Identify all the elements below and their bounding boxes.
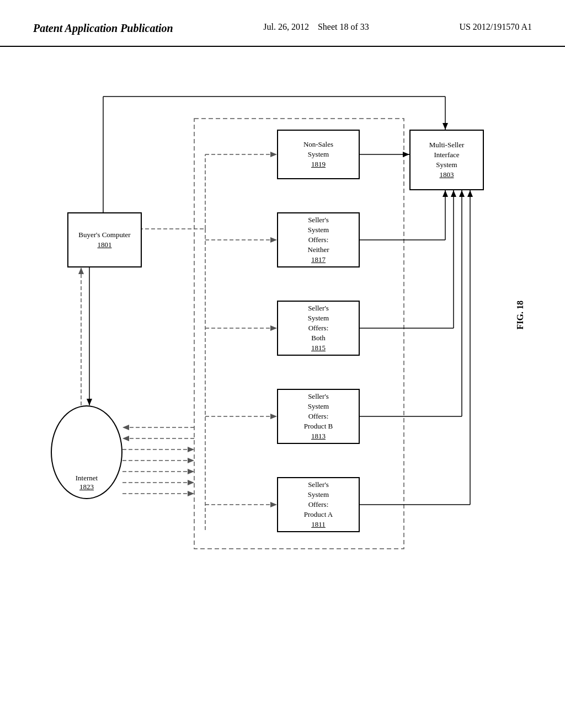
svg-marker-39: [188, 458, 194, 463]
sheet-info: Sheet 18 of 33: [318, 22, 369, 31]
patent-number: US 2012/191570 A1: [459, 22, 532, 32]
seller-b-num: 1813: [311, 431, 326, 441]
svg-marker-8: [270, 152, 277, 157]
buyers-computer-label: Buyer's Computer: [78, 230, 130, 240]
svg-marker-37: [188, 447, 194, 452]
seller-neither-box: Seller's System Offers: Neither 1817: [277, 212, 360, 267]
multi-seller-box: Multi-Seller Interface System 1803: [409, 130, 484, 190]
multi-seller-label1: Multi-Seller: [429, 140, 465, 150]
figure-label: FIG. 18: [515, 301, 525, 329]
internet-num: 1823: [79, 483, 94, 491]
svg-marker-47: [122, 436, 129, 441]
seller-b-label1: Seller's: [308, 392, 329, 402]
diagram-container: Buyer's Computer 1801 Multi-Seller Inter…: [34, 63, 531, 670]
seller-b-label3: Offers:: [308, 411, 329, 421]
page-header: Patent Application Publication Jul. 26, …: [0, 0, 565, 47]
svg-marker-4: [443, 123, 448, 130]
seller-both-box: Seller's System Offers: Both 1815: [277, 301, 360, 356]
seller-both-num: 1815: [311, 343, 326, 353]
multi-seller-label3: System: [436, 160, 457, 170]
svg-marker-10: [270, 237, 277, 243]
seller-a-label2: System: [308, 490, 329, 500]
svg-marker-22: [443, 190, 448, 197]
seller-a-num: 1811: [311, 520, 326, 529]
header-center: Jul. 26, 2012 Sheet 18 of 33: [263, 22, 369, 32]
seller-both-label2: System: [308, 313, 329, 323]
svg-marker-45: [188, 491, 194, 496]
seller-both-label1: Seller's: [308, 303, 329, 313]
seller-neither-num: 1817: [311, 255, 326, 265]
seller-a-label3: Offers:: [308, 500, 329, 510]
svg-marker-14: [270, 414, 277, 419]
svg-marker-19: [403, 152, 409, 157]
non-sales-label2: System: [308, 149, 329, 159]
non-sales-label1: Non-Sales: [303, 140, 333, 149]
multi-seller-label2: Interface: [434, 150, 459, 160]
svg-marker-43: [188, 480, 194, 485]
seller-a-label4: Product A: [304, 510, 333, 520]
seller-neither-label3: Offers:: [308, 235, 329, 245]
seller-a-label1: Seller's: [308, 480, 329, 490]
internet-label: Internet: [76, 474, 98, 483]
seller-neither-label4: Neither: [308, 245, 329, 255]
seller-b-label2: System: [308, 402, 329, 411]
buyers-computer-num: 1801: [98, 240, 112, 250]
internet-ellipse: Internet 1823: [51, 405, 122, 499]
svg-marker-35: [87, 399, 92, 405]
publication-date: Jul. 26, 2012: [263, 22, 309, 31]
buyers-computer-box: Buyer's Computer 1801: [67, 212, 142, 267]
seller-both-label4: Both: [311, 333, 325, 343]
svg-marker-25: [451, 190, 456, 197]
seller-both-label3: Offers:: [308, 323, 329, 333]
non-sales-box: Non-Sales System 1819: [277, 130, 360, 179]
svg-marker-33: [78, 267, 84, 274]
svg-marker-49: [122, 425, 129, 430]
seller-product-b-box: Seller's System Offers: Product B 1813: [277, 389, 360, 444]
seller-product-a-box: Seller's System Offers: Product A 1811: [277, 477, 360, 532]
svg-marker-12: [270, 325, 277, 331]
seller-b-label4: Product B: [304, 421, 333, 431]
multi-seller-num: 1803: [440, 170, 454, 180]
seller-neither-label1: Seller's: [308, 215, 329, 225]
publication-title: Patent Application Publication: [33, 22, 173, 35]
svg-marker-41: [188, 469, 194, 474]
svg-marker-28: [459, 190, 465, 197]
seller-neither-label2: System: [308, 225, 329, 235]
svg-marker-31: [467, 190, 473, 197]
non-sales-num: 1819: [311, 159, 326, 169]
svg-marker-16: [270, 502, 277, 507]
